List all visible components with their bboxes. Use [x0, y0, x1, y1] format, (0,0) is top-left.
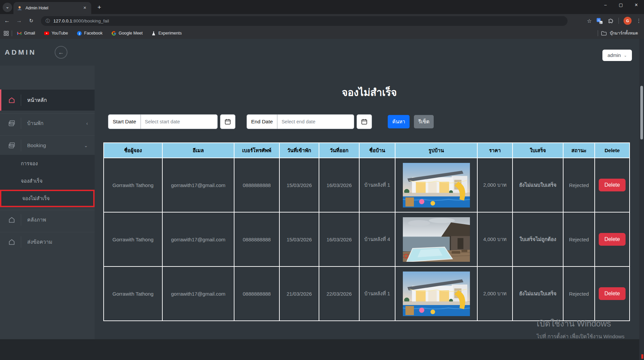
app-footer [0, 339, 644, 360]
sidebar-item-home[interactable]: หน้าหลัก [0, 89, 95, 111]
cell-house: บ้านหลังที่ 1 [359, 266, 395, 321]
sidebar-collapse-button[interactable]: ← [55, 46, 67, 59]
col-booker-name: ชื่อผู้จอง [104, 143, 162, 158]
sidebar-item-houses[interactable]: บ้านพัก ‹ [0, 113, 95, 133]
browser-tab-bar: ⌄ Admin Hotel × + – ▢ × [0, 0, 644, 14]
bookmark-label: Facebook [84, 31, 103, 36]
bookmarks-separator [12, 31, 12, 36]
sidebar-item-booking[interactable]: Booking ⌄ [0, 135, 95, 155]
delete-button[interactable]: Delete [599, 179, 626, 191]
delete-button[interactable]: Delete [599, 287, 626, 300]
search-button[interactable]: ค้นหา [388, 115, 410, 128]
window-maximize-icon[interactable]: ▢ [613, 0, 629, 11]
bookmark-youtube[interactable]: YouTube [44, 31, 68, 36]
start-date-label: Start Date [108, 114, 141, 129]
reload-icon[interactable]: ↻ [27, 16, 36, 25]
extensions-puzzle-icon[interactable] [607, 18, 614, 24]
browser-tab[interactable]: Admin Hotel × [13, 2, 91, 14]
cell-name: Gorrawith Tathong [104, 266, 162, 321]
bookmark-experiments[interactable]: Experiments [151, 31, 181, 36]
brand-title: ADMIN [5, 48, 36, 56]
back-icon[interactable]: ← [3, 16, 11, 25]
cell-receipt-status: ยังไม่แนบใบเสร็จ [513, 158, 563, 212]
admin-app: ADMIN ← admin ⌄ หน้าหลัก บ้านพัก ‹ [0, 39, 644, 360]
bookmark-label: Google Meet [119, 31, 143, 36]
house-photo [402, 272, 471, 316]
calendar-icon [224, 118, 231, 125]
table-row: Gorrawith Tathong gorrawith17@gmail.com … [104, 158, 630, 212]
site-info-icon[interactable]: ⓘ [46, 18, 50, 24]
start-date-input[interactable] [141, 114, 218, 129]
start-date-calendar-button[interactable] [220, 114, 235, 129]
svg-text:あ: あ [600, 21, 602, 24]
profile-avatar[interactable]: G [624, 17, 632, 25]
cell-photo [395, 158, 477, 212]
end-date-calendar-button[interactable] [357, 114, 372, 129]
sidebar-item-gallery[interactable]: คลังภาพ [0, 210, 95, 229]
window-controls: – ▢ × [598, 0, 644, 11]
chevron-left-icon: ‹ [86, 121, 88, 126]
cell-delete: Delete [595, 212, 630, 266]
sidebar-item-label: ส่งข้อความ [21, 236, 52, 248]
window-minimize-icon[interactable]: – [598, 0, 613, 11]
cell-email: gorrawith17@gmail.com [162, 266, 234, 321]
apps-grid-icon[interactable] [3, 31, 9, 36]
sidebar-subitem-label: จองสำเร็จ [21, 177, 43, 185]
bookmark-gmail[interactable]: Gmail [17, 31, 35, 36]
end-date-group: End Date [247, 114, 372, 129]
home-icon [8, 97, 15, 104]
window-card-icon [8, 142, 15, 149]
browser-toolbar: ← → ↻ ⓘ 127.0.0.1:8000/booking_fail ☆ G … [0, 14, 644, 27]
cell-check-out: 16/03/2026 [319, 212, 359, 266]
calendar-icon [361, 118, 368, 125]
bookmark-facebook[interactable]: f Facebook [77, 31, 103, 36]
cell-house: บ้านหลังที่ 1 [359, 158, 395, 212]
sidebar-item-send-message[interactable]: ส่งข้อความ [0, 232, 95, 251]
tab-search-icon[interactable]: ⌄ [3, 3, 12, 12]
bookmark-star-icon[interactable]: ☆ [587, 18, 592, 24]
end-date-input[interactable] [277, 114, 354, 129]
new-tab-button[interactable]: + [95, 3, 104, 12]
sidebar-subitem-booking-success[interactable]: จองสำเร็จ [0, 172, 95, 190]
chevron-down-icon: ⌄ [84, 143, 88, 148]
facebook-icon: f [77, 31, 82, 36]
window-card-icon [8, 120, 15, 127]
sidebar-item-label: หน้าหลัก [21, 95, 47, 106]
bookmark-label: YouTube [52, 31, 68, 36]
cell-email: gorrawith17@gmail.com [162, 212, 234, 266]
cell-price: 2,000 บาท [477, 158, 513, 212]
table-row: Gorrawith Tathong gorrawith17@gmail.com … [104, 212, 630, 266]
page-scrollbar[interactable] [639, 39, 644, 360]
sidebar-item-label: Booking [21, 140, 46, 151]
col-price: ราคา [477, 143, 513, 158]
url-host: 127.0.0.1 [53, 18, 72, 23]
scrollbar-thumb[interactable] [640, 86, 643, 139]
start-date-group: Start Date [108, 114, 235, 129]
house-outline-icon [8, 216, 15, 224]
page-title: จองไม่สำเร็จ [95, 84, 644, 100]
delete-button[interactable]: Delete [599, 233, 626, 246]
forward-icon[interactable]: → [15, 16, 23, 25]
all-bookmarks[interactable]: บุ๊กมาร์กทั้งหมด [598, 30, 641, 37]
google-meet-icon [111, 31, 116, 36]
sidebar-subitem-booking-fail[interactable]: จองไม่สำเร็จ [0, 190, 95, 207]
table-header-row: ชื่อผู้จอง อีเมล เบอร์โทรศัพพ์ วันที่เข้… [104, 143, 630, 158]
cell-receipt-status: ใบเสร็จไม่ถูกต้อง [513, 212, 563, 266]
tab-close-icon[interactable]: × [82, 5, 88, 11]
flask-icon [151, 31, 156, 36]
window-close-icon[interactable]: × [629, 0, 644, 11]
reset-button[interactable]: รีเซ็ต [414, 115, 434, 128]
translate-icon[interactable]: G あ [596, 18, 603, 24]
cell-status: Rejected [563, 266, 595, 321]
toolbar-separator [619, 18, 619, 24]
house-photo [402, 217, 471, 262]
sidebar-subitem-bookings[interactable]: การจอง [0, 155, 95, 172]
user-dropdown[interactable]: admin ⌄ [602, 50, 632, 61]
bookmark-google-meet[interactable]: Google Meet [111, 31, 143, 36]
browser-menu-icon[interactable]: ⋮ [636, 18, 641, 24]
sidebar: หน้าหลัก บ้านพัก ‹ Booking ⌄ การจอง [0, 66, 95, 360]
chevron-down-icon: ⌄ [624, 53, 627, 58]
address-bar[interactable]: ⓘ 127.0.0.1:8000/booking_fail [41, 16, 568, 26]
cell-photo [395, 212, 477, 266]
admin-person-favicon-icon [17, 5, 22, 11]
